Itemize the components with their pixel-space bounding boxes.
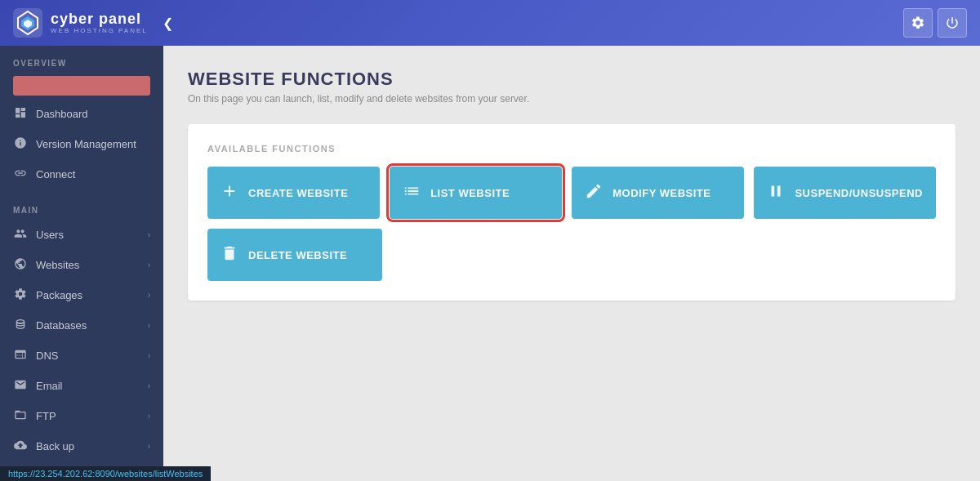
- sidebar: OVERVIEW Dashboard Version Management: [0, 46, 163, 481]
- ftp-chevron-icon: ›: [148, 412, 150, 421]
- list-website-label: LIST WEBSITE: [430, 187, 510, 199]
- dns-icon: [13, 348, 28, 363]
- modify-website-label: MODIFY WEBSITE: [612, 187, 710, 199]
- backup-chevron-icon: ›: [148, 442, 150, 451]
- header-left: cyber panel WEB HOSTING PANEL ❮: [13, 8, 173, 38]
- sidebar-item-dashboard-label: Dashboard: [36, 108, 88, 120]
- placeholder-1: [392, 229, 567, 281]
- delete-website-label: DELETE WEBSITE: [248, 249, 347, 261]
- logo-icon: [13, 8, 42, 38]
- header-right: [903, 8, 967, 38]
- list-icon: [403, 182, 421, 204]
- functions-grid-row2: DELETE WEBSITE: [207, 229, 936, 281]
- packages-icon: [13, 287, 28, 303]
- sidebar-item-connect-label: Connect: [36, 168, 75, 180]
- functions-grid-row1: CREATE WEBSITE LIST WEBSITE MODIFY WEBSI…: [207, 167, 936, 219]
- email-icon: [13, 378, 28, 394]
- sidebar-item-packages[interactable]: Packages ›: [0, 280, 163, 310]
- plus-icon: [220, 182, 238, 204]
- header: cyber panel WEB HOSTING PANEL ❮: [0, 0, 980, 46]
- sidebar-item-email[interactable]: Email ›: [0, 371, 163, 401]
- power-button[interactable]: [938, 8, 967, 38]
- dns-chevron-icon: ›: [148, 351, 150, 360]
- trash-icon: [220, 244, 238, 266]
- logo-text: cyber panel WEB HOSTING PANEL: [51, 11, 148, 35]
- page-subtitle: On this page you can launch, list, modif…: [188, 93, 956, 105]
- sidebar-item-users-label: Users: [36, 229, 64, 241]
- placeholder-2: [577, 229, 751, 281]
- placeholder-3: [761, 229, 936, 281]
- sidebar-item-dns-label: DNS: [36, 350, 58, 362]
- databases-chevron-icon: ›: [148, 321, 150, 330]
- main-content: WEBSITE FUNCTIONS On this page you can l…: [163, 46, 980, 481]
- sidebar-item-backup[interactable]: Back up ›: [0, 431, 163, 461]
- sidebar-item-dns[interactable]: DNS ›: [0, 341, 163, 371]
- sidebar-item-websites[interactable]: Websites ›: [0, 250, 163, 280]
- sidebar-item-websites-label: Websites: [36, 259, 79, 271]
- sidebar-section-main-title: MAIN: [0, 203, 163, 220]
- suspend-unsuspend-label: SUSPEND/UNSUSPEND: [795, 187, 923, 199]
- sidebar-item-version-management-label: Version Management: [36, 138, 136, 150]
- websites-icon: [13, 257, 28, 273]
- edit-icon: [585, 182, 603, 204]
- backup-icon: [13, 439, 28, 454]
- ftp-icon: [13, 408, 28, 424]
- page-title: WEBSITE FUNCTIONS: [188, 69, 956, 90]
- sidebar-item-ftp[interactable]: FTP ›: [0, 401, 163, 431]
- overview-bar: [13, 76, 150, 96]
- sidebar-item-backup-label: Back up: [36, 440, 74, 452]
- available-functions-label: AVAILABLE FUNCTIONS: [207, 144, 936, 154]
- settings-icon: [911, 16, 925, 30]
- sidebar-item-databases-label: Databases: [36, 319, 87, 332]
- power-icon: [945, 16, 960, 30]
- sidebar-item-databases[interactable]: Databases ›: [0, 310, 163, 341]
- create-website-label: CREATE WEBSITE: [248, 187, 348, 199]
- email-chevron-icon: ›: [148, 381, 150, 390]
- users-icon: [13, 227, 28, 243]
- dashboard-icon: [13, 106, 28, 122]
- packages-chevron-icon: ›: [148, 291, 150, 300]
- sidebar-item-users[interactable]: Users ›: [0, 220, 163, 250]
- collapse-button[interactable]: ❮: [163, 16, 173, 31]
- sidebar-item-packages-label: Packages: [36, 289, 82, 301]
- body: OVERVIEW Dashboard Version Management: [0, 46, 980, 481]
- brand-sub: WEB HOSTING PANEL: [51, 27, 148, 34]
- create-website-button[interactable]: CREATE WEBSITE: [207, 167, 380, 219]
- connect-icon: [13, 167, 28, 182]
- settings-button[interactable]: [903, 8, 933, 38]
- brand-name: cyber panel: [51, 11, 148, 28]
- sidebar-item-dashboard[interactable]: Dashboard: [0, 99, 163, 129]
- sidebar-section-overview-title: OVERVIEW: [0, 56, 163, 73]
- status-bar: https://23.254.202.62:8090/websites/list…: [0, 466, 211, 481]
- sidebar-section-main: MAIN Users › Websites ›: [0, 193, 163, 481]
- sidebar-item-version-management[interactable]: Version Management: [0, 129, 163, 159]
- modify-website-button[interactable]: MODIFY WEBSITE: [572, 167, 744, 219]
- sidebar-item-connect[interactable]: Connect: [0, 159, 163, 189]
- sidebar-section-overview: OVERVIEW Dashboard Version Management: [0, 46, 163, 193]
- databases-icon: [13, 318, 28, 333]
- sidebar-item-email-label: Email: [36, 380, 63, 392]
- version-management-icon: [13, 136, 28, 152]
- sidebar-item-ftp-label: FTP: [36, 410, 56, 422]
- users-chevron-icon: ›: [148, 230, 150, 239]
- status-url: https://23.254.202.62:8090/websites/list…: [8, 469, 203, 479]
- delete-website-button[interactable]: DELETE WEBSITE: [207, 229, 382, 281]
- pause-icon: [767, 182, 785, 204]
- functions-card: AVAILABLE FUNCTIONS CREATE WEBSITE LIST …: [188, 124, 956, 301]
- websites-chevron-icon: ›: [148, 261, 150, 269]
- list-website-button[interactable]: LIST WEBSITE: [390, 167, 562, 219]
- suspend-unsuspend-button[interactable]: SUSPEND/UNSUSPEND: [754, 167, 936, 219]
